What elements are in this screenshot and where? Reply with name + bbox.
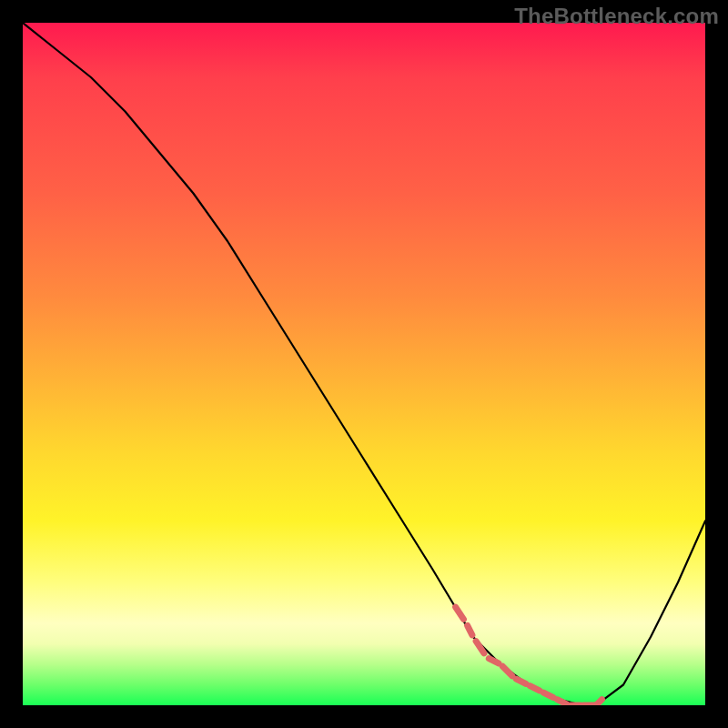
notch-segment xyxy=(516,679,526,683)
notch-segment xyxy=(543,693,553,697)
bottleneck-curve xyxy=(23,23,705,705)
watermark-text: TheBottleneck.com xyxy=(514,4,719,29)
chart-frame: TheBottleneck.com xyxy=(0,0,728,728)
notch-segment xyxy=(530,686,540,691)
notch-markers xyxy=(456,607,602,705)
notch-segment xyxy=(489,659,499,663)
plot-area xyxy=(23,23,705,705)
notch-segment xyxy=(468,625,472,635)
notch-segment xyxy=(456,607,464,619)
chart-svg xyxy=(23,23,705,705)
notch-segment xyxy=(476,642,484,653)
notch-segment xyxy=(557,700,567,704)
notch-segment xyxy=(502,666,512,676)
notch-segment xyxy=(597,700,602,704)
